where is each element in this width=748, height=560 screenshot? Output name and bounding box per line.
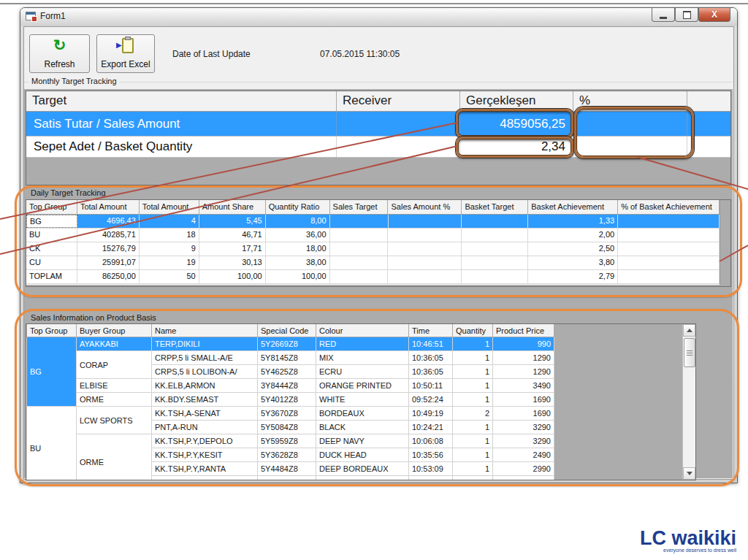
monthly-groupbox-line — [24, 82, 733, 83]
minimize-icon — [660, 17, 667, 19]
annotation-frame-sales-amount — [456, 109, 573, 138]
slide-top-divider — [0, 3, 748, 4]
maximize-icon — [683, 11, 691, 19]
maximize-button[interactable] — [675, 8, 698, 22]
monthly-column-header[interactable]: Receiver — [337, 91, 460, 111]
logo-brand-text: LC waikiki — [638, 528, 736, 548]
export-excel-icon: ▶ — [118, 38, 133, 53]
form-icon — [26, 12, 36, 20]
export-button-label: Export Excel — [101, 59, 150, 69]
annotation-oval-daily — [15, 185, 742, 297]
refresh-button[interactable]: ↻ Refresh — [29, 34, 90, 73]
export-excel-button[interactable]: ▶ Export Excel — [96, 34, 155, 73]
annotation-oval-products — [15, 309, 739, 486]
monthly-cell-target[interactable]: Satis Tutar / Sales Amount — [26, 112, 337, 136]
annotation-frame-percent-col — [574, 107, 694, 158]
minimize-button[interactable] — [652, 8, 675, 22]
annotation-frame-basket-qty — [456, 137, 573, 158]
slide: Form1 X ↻ Refresh ▶ Export Excel Date of… — [0, 0, 748, 560]
close-icon: X — [711, 9, 717, 20]
monthly-cell-receiver[interactable] — [337, 112, 460, 136]
monthly-column-header[interactable]: Gerçekleşen — [460, 91, 573, 111]
refresh-icon: ↻ — [53, 38, 66, 53]
monthly-cell-target[interactable]: Sepet Adet / Basket Quantity — [26, 137, 337, 157]
last-update-value: 07.05.2015 11:30:05 — [320, 49, 400, 59]
lc-waikiki-logo: LC waikiki everyone deserves to dress we… — [638, 528, 736, 553]
monthly-column-header[interactable]: Target — [26, 91, 337, 111]
monthly-group-label: Monthly Target Tracking — [29, 77, 119, 85]
close-button[interactable]: X — [698, 8, 730, 22]
window-title: Form1 — [40, 11, 66, 21]
monthly-cell-receiver[interactable] — [337, 137, 460, 157]
refresh-button-label: Refresh — [44, 59, 75, 69]
title-bar[interactable]: Form1 X — [20, 8, 737, 26]
last-update-label: Date of Last Update — [172, 49, 251, 59]
